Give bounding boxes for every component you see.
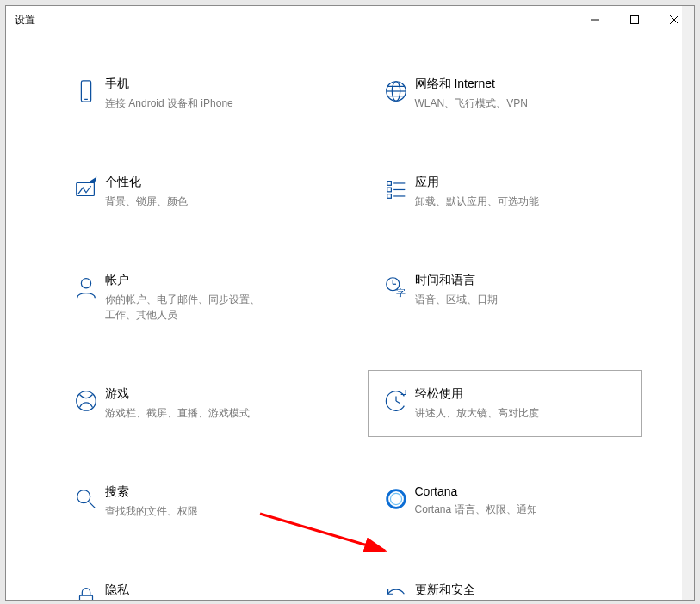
tile-title: 帐户 — [105, 273, 260, 288]
minimize-button[interactable] — [575, 6, 615, 34]
tile-title: 时间和语言 — [415, 273, 498, 288]
tile-sub: 卸载、默认应用、可选功能 — [415, 194, 539, 209]
tile-sub: 语音、区域、日期 — [415, 292, 498, 307]
tile-update-security[interactable]: 更新和安全 Windows 更新、恢复、备份 — [368, 566, 643, 600]
tile-title: 手机 — [105, 77, 233, 92]
svg-rect-12 — [387, 182, 391, 186]
settings-window: 设置 手机 连接 Android 设备和 iPhone — [5, 5, 695, 601]
tile-search[interactable]: 搜索 查找我的文件、权限 — [58, 468, 333, 535]
globe-icon — [377, 77, 415, 104]
tile-title: 应用 — [415, 175, 539, 190]
svg-rect-30 — [80, 595, 93, 600]
svg-point-18 — [81, 279, 90, 288]
tile-gaming[interactable]: 游戏 游戏栏、截屏、直播、游戏模式 — [58, 370, 333, 437]
tile-title: 隐私 — [105, 582, 198, 598]
tile-personalization[interactable]: 个性化 背景、锁屏、颜色 — [58, 158, 333, 225]
person-icon — [67, 273, 105, 300]
tile-sub: 游戏栏、截屏、直播、游戏模式 — [105, 405, 250, 421]
content-area: 手机 连接 Android 设备和 iPhone 网络和 Internet WL… — [6, 34, 694, 600]
tile-title: 个性化 — [105, 175, 188, 190]
tile-sub: WLAN、飞行模式、VPN — [415, 96, 528, 111]
svg-point-23 — [77, 391, 96, 411]
tile-sub: 连接 Android 设备和 iPhone — [105, 96, 233, 111]
tile-title: 搜索 — [105, 484, 198, 500]
tile-time-language[interactable]: 字 时间和语言 语音、区域、日期 — [368, 256, 643, 339]
svg-rect-16 — [387, 194, 391, 199]
svg-rect-14 — [387, 188, 391, 192]
ease-of-access-icon — [377, 386, 415, 414]
window-title: 设置 — [15, 13, 35, 28]
tile-phone[interactable]: 手机 连接 Android 设备和 iPhone — [58, 60, 333, 127]
tile-sub: Cortana 语言、权限、通知 — [415, 502, 537, 517]
cortana-icon — [377, 484, 415, 512]
svg-rect-1 — [631, 16, 639, 24]
tile-cortana[interactable]: Cortana Cortana 语言、权限、通知 — [368, 468, 643, 535]
svg-point-29 — [390, 493, 401, 504]
svg-point-26 — [77, 490, 90, 503]
time-language-icon: 字 — [377, 273, 415, 300]
phone-icon — [67, 77, 105, 104]
tile-network[interactable]: 网络和 Internet WLAN、飞行模式、VPN — [368, 60, 643, 127]
svg-line-27 — [89, 502, 96, 508]
tile-apps[interactable]: 应用 卸载、默认应用、可选功能 — [368, 158, 643, 225]
svg-point-28 — [387, 490, 405, 508]
tile-sub: 讲述人、放大镜、高对比度 — [415, 405, 539, 421]
search-icon — [67, 484, 105, 512]
tile-title: 轻松使用 — [415, 386, 539, 402]
tile-title: 游戏 — [105, 386, 250, 402]
apps-list-icon — [377, 175, 415, 202]
svg-text:字: 字 — [396, 287, 406, 298]
svg-rect-4 — [81, 81, 90, 102]
tile-sub: 背景、锁屏、颜色 — [105, 194, 188, 209]
update-icon — [377, 582, 415, 600]
tile-accounts[interactable]: 帐户 你的帐户、电子邮件、同步设置、工作、其他人员 — [58, 256, 333, 339]
svg-rect-11 — [77, 183, 95, 196]
tile-title: 网络和 Internet — [415, 77, 528, 92]
vertical-scrollbar[interactable] — [682, 6, 694, 600]
paintbrush-icon — [67, 175, 105, 202]
tile-ease-of-access[interactable]: 轻松使用 讲述人、放大镜、高对比度 — [368, 370, 643, 437]
maximize-button[interactable] — [615, 6, 654, 34]
title-bar: 设置 — [6, 6, 694, 34]
window-controls — [575, 6, 694, 34]
tile-privacy[interactable]: 隐私 位置、相机、麦克风 — [58, 566, 333, 600]
tile-sub: 你的帐户、电子邮件、同步设置、工作、其他人员 — [105, 292, 260, 323]
tile-grid: 手机 连接 Android 设备和 iPhone 网络和 Internet WL… — [58, 60, 642, 600]
lock-icon — [67, 582, 105, 600]
tile-title: 更新和安全 — [415, 582, 542, 598]
svg-line-25 — [396, 401, 400, 404]
tile-sub: 查找我的文件、权限 — [105, 503, 198, 519]
tile-title: Cortana — [415, 484, 537, 498]
xbox-icon — [67, 386, 105, 414]
